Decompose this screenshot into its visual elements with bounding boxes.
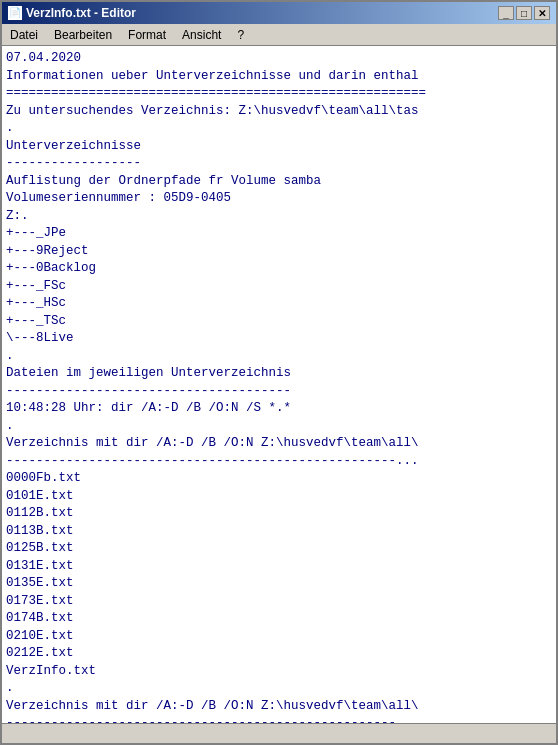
editor-text: 07.04.2020 Informationen ueber Unterverz… bbox=[6, 50, 552, 723]
window-icon: 📄 bbox=[8, 6, 22, 20]
menu-ansicht-label: Ansicht bbox=[182, 28, 221, 42]
minimize-button[interactable]: _ bbox=[498, 6, 514, 20]
main-window: 📄 VerzInfo.txt - Editor _ □ ✕ Datei Bear… bbox=[0, 0, 558, 745]
menu-format[interactable]: Format bbox=[120, 24, 174, 45]
status-bar bbox=[2, 723, 556, 743]
menu-bar: Datei Bearbeiten Format Ansicht ? bbox=[2, 24, 556, 46]
menu-format-label: Format bbox=[128, 28, 166, 42]
window-title: VerzInfo.txt - Editor bbox=[26, 6, 498, 20]
title-bar: 📄 VerzInfo.txt - Editor _ □ ✕ bbox=[2, 2, 556, 24]
menu-bearbeiten-label: Bearbeiten bbox=[54, 28, 112, 42]
editor-content-area[interactable]: 07.04.2020 Informationen ueber Unterverz… bbox=[2, 46, 556, 723]
menu-help-label: ? bbox=[237, 28, 244, 42]
close-button[interactable]: ✕ bbox=[534, 6, 550, 20]
menu-ansicht[interactable]: Ansicht bbox=[174, 24, 229, 45]
maximize-button[interactable]: □ bbox=[516, 6, 532, 20]
menu-bearbeiten[interactable]: Bearbeiten bbox=[46, 24, 120, 45]
menu-datei[interactable]: Datei bbox=[2, 24, 46, 45]
title-bar-buttons: _ □ ✕ bbox=[498, 6, 550, 20]
menu-help[interactable]: ? bbox=[229, 24, 252, 45]
menu-datei-label: Datei bbox=[10, 28, 38, 42]
